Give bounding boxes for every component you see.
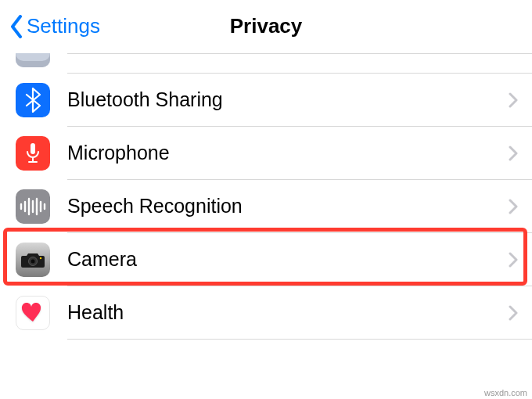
svg-point-12	[40, 257, 41, 259]
row-label: Bluetooth Sharing	[67, 88, 509, 111]
page-title: Privacy	[230, 14, 303, 38]
svg-rect-0	[31, 143, 35, 154]
microphone-icon	[16, 136, 50, 171]
chevron-right-icon	[509, 146, 518, 161]
heart-icon	[16, 296, 50, 330]
row-label: Health	[67, 301, 509, 324]
list-item-partial-bottom[interactable]	[16, 340, 532, 371]
svg-point-11	[31, 260, 35, 264]
list-item-speech-recognition[interactable]: Speech Recognition	[16, 180, 532, 233]
back-button[interactable]: Settings	[0, 14, 100, 38]
watermark: wsxdn.com	[484, 388, 527, 397]
list-item-bluetooth-sharing[interactable]: Bluetooth Sharing	[16, 74, 532, 127]
list-item-microphone[interactable]: Microphone	[16, 127, 532, 180]
camera-icon	[16, 243, 50, 277]
chevron-right-icon	[509, 199, 518, 214]
chevron-right-icon	[509, 92, 518, 108]
row-label: Microphone	[67, 142, 509, 164]
bluetooth-icon	[16, 83, 50, 117]
partial-icon	[16, 53, 50, 67]
list-item-partial[interactable]	[16, 53, 532, 74]
settings-list: Bluetooth Sharing Microphone	[0, 53, 532, 371]
row-label: Camera	[67, 248, 509, 271]
list-item-camera[interactable]: Camera	[16, 233, 532, 286]
chevron-right-icon	[509, 252, 518, 268]
back-label: Settings	[27, 14, 100, 38]
chevron-left-icon	[9, 15, 23, 38]
waveform-icon	[16, 189, 50, 224]
nav-bar: Settings Privacy	[0, 0, 532, 53]
chevron-right-icon	[509, 305, 518, 321]
row-label: Speech Recognition	[67, 195, 509, 217]
list-item-health[interactable]: Health	[16, 286, 532, 340]
